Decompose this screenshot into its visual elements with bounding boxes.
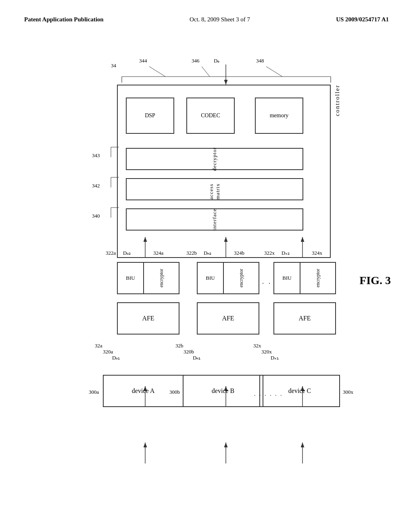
- access-matrix-label: access matrix: [208, 179, 221, 200]
- codec-box: CODEC: [186, 98, 235, 134]
- svg-line-6: [149, 66, 165, 77]
- ref-320x: 320x: [261, 349, 272, 355]
- encryptor-a: encryptor: [144, 263, 179, 293]
- header-center: Oct. 8, 2009 Sheet 3 of 7: [190, 16, 250, 23]
- access-matrix-box: access matrix: [126, 178, 303, 200]
- biu-b-label: BIU: [206, 275, 215, 281]
- encryptor-a-label: encryptor: [159, 269, 165, 287]
- ref-322x: 322x: [264, 250, 275, 256]
- biu-a-label: BIU: [126, 275, 135, 281]
- encryptor-b-label: encryptor: [238, 269, 244, 287]
- controller-label: controller: [334, 85, 341, 116]
- decryptor-label: decryptor: [211, 147, 218, 171]
- ref-324x: 324x: [312, 250, 322, 256]
- ref-do: Dₒ: [214, 58, 219, 64]
- encryptor-b: encryptor: [224, 263, 259, 293]
- afe-c: AFE: [273, 302, 336, 335]
- svg-line-8: [266, 66, 282, 77]
- interface-label: interface: [211, 208, 218, 230]
- biu-a: BIU: [118, 263, 144, 293]
- header-left: Patent Application Publication: [24, 16, 104, 23]
- page-header: Patent Application Publication Oct. 8, 2…: [0, 16, 413, 23]
- ref-346: 346: [192, 58, 200, 64]
- ref-db1: Dₙ₁: [193, 355, 200, 361]
- biu-c: BIU: [274, 263, 300, 293]
- encryptor-c: encryptor: [300, 263, 335, 293]
- ref-342: 342: [92, 183, 100, 189]
- header-right: US 2009/0254717 A1: [336, 16, 389, 23]
- ref-322b: 322b: [186, 250, 197, 256]
- memory-box: memory: [255, 98, 303, 134]
- memory-label: memory: [270, 112, 289, 119]
- ref-300x: 300x: [343, 389, 353, 395]
- biu-encryptor-b: BIU encryptor: [197, 262, 259, 294]
- ref-32a: 32a: [95, 343, 102, 349]
- device-c-label: device C: [288, 387, 311, 395]
- ref-340: 340: [92, 213, 100, 219]
- afe-a: AFE: [117, 302, 179, 335]
- biu-c-label: BIU: [282, 275, 291, 281]
- dsp-label: DSP: [145, 112, 155, 119]
- ref-db2: Dₙ₂: [204, 250, 211, 256]
- device-b-box: device B: [183, 375, 263, 407]
- svg-line-7: [202, 66, 210, 77]
- device-a-label: device A: [132, 387, 154, 395]
- ref-dx1: Dₓ₁: [271, 355, 279, 361]
- ref-324b: 324b: [234, 250, 244, 256]
- fig-label: FIG. 3: [359, 274, 391, 287]
- ref-322a: 322a: [106, 250, 116, 256]
- afe-b-label: AFE: [222, 315, 234, 322]
- encryptor-c-label: encryptor: [315, 269, 321, 287]
- ref-348: 348: [256, 58, 264, 64]
- ref-300b: 300b: [169, 389, 180, 395]
- ref-da2: Dₐ₂: [123, 250, 131, 256]
- biu-encryptor-c: BIU encryptor: [273, 262, 336, 294]
- dsp-box: DSP: [126, 98, 174, 134]
- codec-label: CODEC: [201, 112, 220, 119]
- dots-bottom: . . . . . .: [254, 391, 283, 397]
- ref-320a: 320a: [103, 349, 113, 355]
- ref-343: 343: [92, 152, 100, 159]
- device-b-label: device B: [212, 387, 234, 395]
- ref-344: 344: [139, 58, 147, 64]
- afe-a-label: AFE: [142, 315, 154, 322]
- ref-32x: 32x: [253, 343, 261, 349]
- afe-c-label: AFE: [298, 315, 311, 322]
- biu-b: BIU: [198, 263, 224, 293]
- controller-box: DSP CODEC memory decryptor access matrix…: [117, 85, 331, 258]
- afe-b: AFE: [197, 302, 259, 335]
- ref-320b: 320b: [184, 349, 194, 355]
- decryptor-box: decryptor: [126, 148, 303, 170]
- ref-da1: Dₐ₁: [112, 355, 120, 361]
- diagram: DSP CODEC memory decryptor access matrix…: [32, 52, 375, 508]
- ref-300a: 300a: [89, 389, 99, 395]
- ref-34: 34: [111, 62, 116, 69]
- ref-dx2: Dₓ₂: [282, 250, 290, 256]
- ref-32b: 32b: [175, 343, 184, 349]
- biu-encryptor-a: BIU encryptor: [117, 262, 179, 294]
- interface-box: interface: [126, 208, 303, 231]
- ref-324a: 324a: [153, 250, 163, 256]
